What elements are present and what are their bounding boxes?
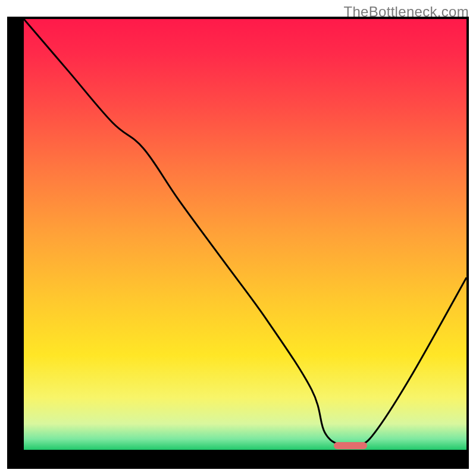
- optimal-marker: [334, 442, 367, 449]
- plot-frame: [7, 17, 469, 469]
- plot-area: [24, 19, 466, 450]
- watermark-text: TheBottleneck.com: [343, 4, 469, 20]
- bottleneck-curve: [24, 19, 466, 450]
